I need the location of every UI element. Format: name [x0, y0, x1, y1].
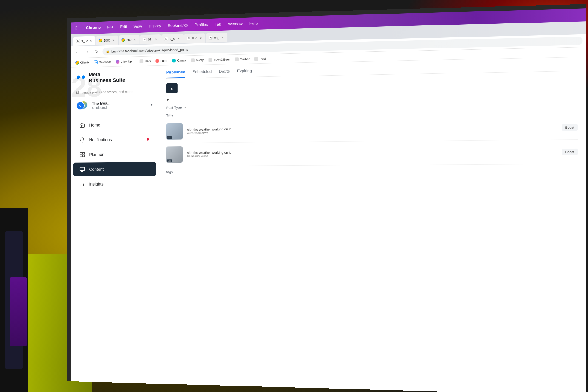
content-tabs: Published Scheduled Drafts Expiring — [166, 62, 578, 78]
tab-4-favicon: N — [143, 38, 146, 42]
tab-2-close[interactable]: ✕ — [112, 38, 115, 42]
meta-icon — [76, 74, 86, 82]
menu-window[interactable]: Window — [228, 22, 242, 27]
tab-3[interactable]: 202 ✕ — [118, 35, 140, 45]
tab-7-close[interactable]: ✕ — [221, 36, 225, 40]
tab-6[interactable]: N 8_0 ✕ — [184, 33, 205, 43]
content-icon — [79, 166, 86, 173]
bookmark-bow-beer-favicon — [208, 58, 212, 62]
home-icon — [79, 122, 86, 128]
tab-3-close[interactable]: ✕ — [133, 38, 137, 42]
bookmark-gruber[interactable]: Gruber — [233, 56, 252, 62]
lock-icon: 🔒 — [106, 50, 110, 53]
bookmark-bow-beer[interactable]: Bow & Beer — [206, 56, 232, 63]
browser-content: Meta Business Suite id manage posts and … — [71, 57, 586, 392]
post-1-boost-button[interactable]: Boost — [562, 124, 578, 131]
sidebar-item-content-label: Content — [89, 167, 104, 172]
bookmark-canva[interactable]: Canva — [170, 58, 188, 64]
tab-7-title: 98_ — [214, 36, 219, 40]
sidebar-item-notifications-label: Notifications — [89, 137, 112, 142]
tab-drafts[interactable]: Drafts — [219, 69, 230, 78]
tab-5-close[interactable]: ✕ — [177, 37, 181, 41]
sidebar-item-home[interactable]: Home — [74, 117, 156, 132]
tab-5[interactable]: N 9_M ✕ — [162, 34, 184, 44]
forward-button[interactable]: → — [83, 48, 90, 56]
bookmark-post-favicon — [254, 57, 258, 61]
tab-2-favicon — [99, 38, 102, 42]
bookmark-divider-1 — [136, 58, 136, 64]
tab-4-title: 09_ — [148, 38, 153, 41]
sidebar-item-insights[interactable]: Insights — [74, 177, 156, 191]
tab-7[interactable]: N 98_ ✕ — [206, 33, 228, 43]
tab-6-favicon: N — [187, 36, 191, 40]
grid-icon — [79, 151, 86, 158]
tab-7-favicon: N — [209, 36, 213, 40]
reload-button[interactable]: ↻ — [93, 48, 100, 55]
tab-1-close[interactable]: ✕ — [89, 39, 93, 42]
post-1-info: with the weather working on it #createso… — [186, 124, 557, 135]
menu-bookmarks[interactable]: Bookmarks — [168, 23, 188, 28]
chevron-down-icon: ▼ — [150, 103, 153, 106]
tab-2-title: DSC — [104, 38, 110, 42]
mbs-suite-label: Business Suite — [89, 77, 125, 84]
monitor-frame:  Chrome File Edit View History Bookmark… — [66, 4, 586, 392]
tab-4[interactable]: N 09_ ✕ — [140, 34, 161, 44]
bookmark-gruber-favicon — [235, 58, 239, 61]
bookmark-bow-beer-label: Bow & Beer — [214, 58, 230, 62]
bookmark-canva-favicon — [172, 58, 176, 62]
notification-dot — [146, 138, 149, 140]
bookmark-calendar[interactable]: 19 Calendar — [92, 59, 113, 65]
bell-icon — [79, 137, 86, 143]
mbs-logo: Meta Business Suite — [71, 70, 159, 91]
tab-published[interactable]: Published — [166, 70, 185, 78]
tab-expiring[interactable]: Expiring — [237, 68, 252, 77]
post-1-thumb: 100 — [166, 123, 182, 140]
tab-2[interactable]: DSC ✕ — [96, 35, 118, 45]
menu-history[interactable]: History — [148, 24, 161, 29]
bookmark-post[interactable]: Post — [252, 56, 268, 62]
account-selector[interactable]: G The Bea... 4 selected ▼ — [71, 97, 159, 114]
menu-chrome[interactable]: Chrome — [86, 25, 101, 30]
filter-date[interactable]: ▼ — [166, 98, 169, 102]
bookmark-later[interactable]: Later — [154, 58, 169, 64]
tab-1[interactable]: N 9_Br ✕ — [74, 36, 96, 46]
tab-4-close[interactable]: ✕ — [154, 37, 158, 41]
bookmark-canva-label: Canva — [177, 58, 186, 62]
bookmark-clickup-favicon — [116, 60, 120, 64]
post-type-row: Post Type ▼ — [166, 100, 578, 110]
sidebar-item-notifications[interactable]: Notifications — [74, 132, 156, 147]
bookmark-post-label: Post — [260, 57, 266, 61]
tab-5-favicon: N — [164, 37, 168, 41]
bookmark-avery-label: Avery — [196, 58, 204, 62]
post-2-boost-button[interactable]: Boost — [562, 148, 578, 155]
bar-chart-icon — [79, 181, 86, 188]
create-button[interactable]: s — [166, 83, 178, 94]
sidebar-item-planner[interactable]: Planner — [74, 147, 156, 162]
tab-1-title: 9_Br — [81, 39, 88, 43]
menu-help[interactable]: Help — [250, 21, 258, 26]
bookmark-calendar-favicon: 19 — [94, 60, 98, 64]
bookmark-clients-label: Clients — [80, 61, 89, 64]
bookmark-nas-favicon — [140, 59, 143, 63]
svg-rect-3 — [83, 155, 84, 156]
menu-edit[interactable]: Edit — [120, 24, 127, 30]
bookmark-avery[interactable]: Avery — [189, 57, 206, 63]
bookmark-avery-favicon — [191, 58, 195, 62]
sidebar-item-insights-label: Insights — [89, 182, 103, 186]
bookmark-clients[interactable]: Clients — [74, 60, 91, 66]
menu-file[interactable]: File — [107, 25, 114, 30]
bookmark-nas[interactable]: NAS — [138, 58, 152, 64]
menu-profiles[interactable]: Profiles — [194, 22, 208, 28]
tab-6-close[interactable]: ✕ — [199, 36, 202, 40]
tab-scheduled[interactable]: Scheduled — [192, 69, 212, 78]
post-1-thumb-label: 100 — [166, 136, 172, 139]
back-button[interactable]: ← — [74, 48, 81, 56]
menu-tab[interactable]: Tab — [215, 22, 222, 27]
sidebar-item-content[interactable]: Content — [74, 162, 156, 176]
tab-6-title: 8_0 — [192, 36, 198, 40]
menu-view[interactable]: View — [134, 24, 142, 29]
mbs-meta-label: Meta — [89, 71, 125, 78]
bookmark-clickup-label: Click Up — [120, 60, 132, 64]
bookmark-clickup[interactable]: Click Up — [114, 58, 134, 64]
bookmark-gruber-label: Gruber — [240, 57, 250, 61]
